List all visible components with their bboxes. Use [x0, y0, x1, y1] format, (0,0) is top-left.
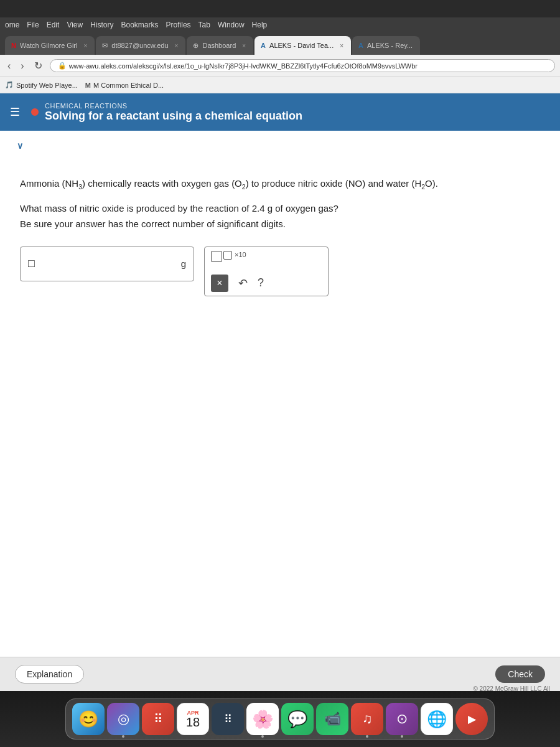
back-button[interactable]: ‹ [5, 59, 13, 73]
tab-dashboard[interactable]: ⊕ Dashboard × [187, 36, 253, 55]
header-text-block: CHEMICAL REACTIONS Solving for a reactan… [45, 102, 302, 123]
sci-input-row: ×10 [211, 251, 246, 262]
tab-close-aleks[interactable]: × [340, 42, 343, 49]
facetime-icon: 📹 [324, 711, 341, 727]
spotify-icon: 🎵 [5, 81, 14, 89]
aleks-header: ☰ CHEMICAL REACTIONS Solving for a react… [0, 93, 560, 131]
menu-edit[interactable]: Edit [47, 21, 60, 29]
sci-exp-square [223, 251, 232, 260]
dock-photos[interactable]: 🌸 [246, 703, 279, 735]
screenflow-dot [401, 735, 403, 738]
dock-chrome[interactable]: 🌐 [421, 703, 453, 735]
question-area: Ammonia (NH3) chemically reacts with oxy… [0, 161, 560, 326]
menu-file[interactable]: File [27, 21, 39, 29]
sci-base-square [211, 251, 222, 262]
scientific-notation-box[interactable]: ×10 × ↶ ? [204, 247, 329, 296]
dock-finder[interactable]: 😊 [72, 703, 105, 735]
bookmark-label: Spotify Web Playe... [16, 82, 78, 89]
netflix-icon: N [11, 42, 16, 49]
dock-container: 😊 ◎ ⠿ APR 18 ⠿ 🌸 💬 [65, 698, 495, 740]
action-buttons: × ↶ ? [211, 275, 264, 292]
dock-facetime[interactable]: 📹 [316, 703, 348, 735]
answer-area: □ g ×10 × ↶ ? [20, 247, 540, 296]
dock-siri[interactable]: ◎ [107, 703, 139, 735]
appstore-icon: ▶ [468, 713, 475, 725]
header-category: CHEMICAL REACTIONS [45, 102, 302, 110]
menu-tab[interactable]: Tab [198, 21, 210, 29]
messages-icon: 💬 [287, 710, 307, 729]
dock-music[interactable]: ♫ [351, 703, 383, 735]
menu-bookmarks[interactable]: Bookmarks [121, 21, 159, 29]
grid-icon: ⠿ [224, 712, 232, 726]
bookmark-spotify[interactable]: 🎵 Spotify Web Playe... [5, 81, 78, 89]
main-content: ☰ CHEMICAL REACTIONS Solving for a react… [0, 93, 560, 691]
refresh-button[interactable]: ↻ [32, 59, 45, 73]
status-badge [31, 108, 39, 116]
tab-email[interactable]: ✉ dt8827@uncw.edu × [96, 36, 185, 55]
dock-messages[interactable]: 💬 [281, 703, 314, 735]
aleks-icon: A [261, 42, 266, 49]
menu-view[interactable]: View [67, 21, 83, 29]
address-input[interactable]: 🔒 www-awu.aleks.com/alekscgi/x/lsl.exe/1… [50, 59, 555, 72]
input-symbol: □ [28, 257, 35, 270]
tab-bar: N Watch Gilmore Girl × ✉ dt8827@uncw.edu… [0, 32, 560, 55]
tab-close-netflix[interactable]: × [83, 42, 87, 49]
screenflow-icon: ⊙ [396, 711, 408, 727]
music-icon: ♫ [362, 711, 373, 727]
question-main-text: Ammonia (NH3) chemically reacts with oxy… [20, 176, 540, 193]
question-note-text: Be sure your answer has the correct numb… [20, 218, 540, 229]
dock-screenflow[interactable]: ⊙ [386, 703, 418, 735]
clear-button[interactable]: × [211, 275, 228, 292]
dock-grid[interactable]: ⠿ [212, 703, 244, 735]
aleks2-icon: A [358, 42, 363, 49]
chevron-down-icon: ∨ [17, 141, 23, 151]
header-title: Solving for a reactant using a chemical … [45, 110, 302, 123]
photos-icon: 🌸 [252, 709, 274, 730]
tab-netflix[interactable]: N Watch Gilmore Girl × [5, 36, 95, 55]
tab-close-dashboard[interactable]: × [242, 42, 246, 49]
tab-close-email[interactable]: × [175, 42, 179, 49]
os-top-bar [0, 0, 560, 17]
dock-appstore[interactable]: ▶ [455, 703, 488, 735]
tab-aleks-active[interactable]: A ALEKS - David Tea... × [254, 36, 351, 55]
question-sub-text: What mass of nitric oxide is produced by… [20, 203, 540, 214]
dock-calendar[interactable]: APR 18 [177, 703, 209, 735]
bookmark-ethical[interactable]: M M Common Ethical D... [85, 82, 164, 89]
tab-label: ALEKS - Rey... [367, 42, 413, 49]
address-text: www-awu.aleks.com/alekscgi/x/lsl.exe/1o_… [69, 62, 418, 70]
tab-label: Watch Gilmore Girl [20, 42, 78, 49]
hamburger-menu-icon[interactable]: ☰ [10, 105, 20, 119]
email-icon: ✉ [102, 42, 108, 50]
bookmark-bar: 🎵 Spotify Web Playe... M M Common Ethica… [0, 77, 560, 93]
menu-profiles[interactable]: Profiles [166, 21, 191, 29]
chrome-icon: 🌐 [427, 710, 447, 729]
photos-dot [261, 735, 264, 738]
answer-input[interactable] [39, 258, 177, 269]
tab-label: Dashboard [202, 42, 236, 49]
check-button[interactable]: Check [495, 665, 545, 683]
ethical-icon: M [85, 82, 91, 89]
undo-button[interactable]: ↶ [238, 276, 248, 290]
browser-menu-bar: ome File Edit View History Bookmarks Pro… [0, 17, 560, 32]
menu-history[interactable]: History [90, 21, 113, 29]
bookmark-label: M Common Ethical D... [93, 82, 164, 89]
menu-home[interactable]: ome [5, 21, 19, 29]
music-dot [366, 735, 368, 738]
address-bar: ‹ › ↻ 🔒 www-awu.aleks.com/alekscgi/x/lsl… [0, 55, 560, 77]
help-button[interactable]: ? [258, 276, 264, 289]
dashboard-icon: ⊕ [193, 42, 198, 50]
answer-input-box[interactable]: □ g [20, 247, 194, 281]
dock-launchpad[interactable]: ⠿ [142, 703, 174, 735]
explanation-button[interactable]: Explanation [15, 665, 84, 684]
collapse-button[interactable]: ∨ [10, 136, 30, 156]
tab-label: ALEKS - David Tea... [269, 42, 334, 49]
forward-button[interactable]: › [18, 59, 26, 73]
calendar-day: 18 [186, 716, 200, 728]
menu-window[interactable]: Window [218, 21, 245, 29]
macos-dock: 😊 ◎ ⠿ APR 18 ⠿ 🌸 💬 [0, 691, 560, 747]
x10-label: ×10 [235, 251, 246, 258]
tab-aleks-2[interactable]: A ALEKS - Rey... [352, 36, 420, 55]
launchpad-icon: ⠿ [154, 712, 163, 726]
lock-icon: 🔒 [58, 62, 67, 70]
menu-help[interactable]: Help [252, 21, 268, 29]
